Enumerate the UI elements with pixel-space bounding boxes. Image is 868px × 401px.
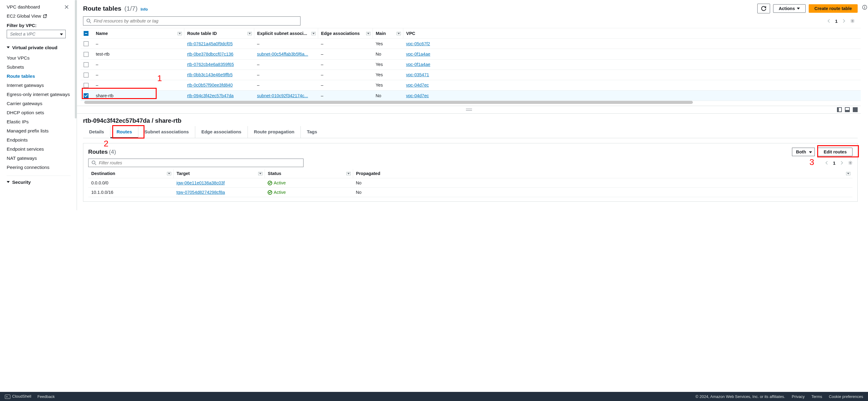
horizontal-scrollbar[interactable] [81, 101, 861, 104]
sidebar-item-egress-only-gateways[interactable]: Egress-only internet gateways [7, 90, 76, 99]
route-table-id-link[interactable]: rtb-0be378dbccf07c136 [187, 52, 233, 57]
sidebar-item-dhcp-option-sets[interactable]: DHCP option sets [7, 108, 76, 117]
table-row[interactable]: – rtb-07621a45a0f9dcf05 – – Yes vpc-05c6… [81, 39, 861, 49]
sort-icon[interactable] [398, 33, 400, 34]
layout-side-icon[interactable] [837, 107, 842, 112]
route-table-id-link[interactable]: rtb-07621a45a0f9dcf05 [187, 41, 232, 46]
target-link[interactable]: tgw-07054d8274298cf8a [177, 190, 225, 195]
sort-icon[interactable] [248, 33, 251, 34]
sort-icon[interactable] [259, 173, 261, 174]
subnet-link[interactable]: subnet-00c54ffab3b5f6a... [257, 52, 308, 57]
col-propagated[interactable]: Propagated [356, 171, 380, 176]
next-page-icon[interactable] [842, 19, 846, 23]
layout-full-icon[interactable] [853, 107, 858, 112]
vpc-link[interactable]: vpc-0f1a4ae [406, 52, 430, 57]
prev-page-icon[interactable] [825, 161, 829, 165]
layout-bottom-icon[interactable] [845, 107, 850, 112]
sort-icon[interactable] [312, 33, 315, 34]
tab-route-propagation[interactable]: Route propagation [248, 126, 301, 138]
vpc-link[interactable]: vpc-04d7ec [406, 82, 429, 88]
col-main[interactable]: Main [376, 31, 386, 36]
routes-pagination: 1 [825, 160, 852, 166]
ec2-global-view-link[interactable]: EC2 Global View [7, 13, 76, 19]
info-link[interactable]: Info [141, 7, 148, 11]
sidebar-item-subnets[interactable]: Subnets [7, 63, 76, 72]
tab-routes[interactable]: Routes [111, 126, 138, 138]
prev-page-icon[interactable] [827, 19, 831, 23]
tab-details[interactable]: Details [83, 126, 111, 138]
sort-icon[interactable] [847, 173, 849, 174]
col-target[interactable]: Target [177, 171, 190, 176]
sidebar-scrollbar[interactable] [75, 0, 76, 119]
row-checkbox[interactable] [84, 62, 89, 67]
tab-tags[interactable]: Tags [301, 126, 323, 138]
sidebar-title[interactable]: VPC dashboard [7, 4, 40, 10]
target-link[interactable]: igw-06e11e0136a38c03f [177, 180, 225, 185]
vpc-link[interactable]: vpc-05c67f2 [406, 41, 430, 46]
col-name[interactable]: Name [96, 31, 108, 36]
col-route-table-id[interactable]: Route table ID [187, 31, 217, 36]
search-input[interactable] [94, 19, 297, 23]
table-row[interactable]: test-rtb rtb-0be378dbccf07c136 subnet-00… [81, 49, 861, 59]
nav-section-security[interactable]: Security [7, 179, 76, 185]
sidebar-item-peering-connections[interactable]: Peering connections [7, 163, 76, 172]
sidebar-item-your-vpcs[interactable]: Your VPCs [7, 54, 76, 63]
select-vpc-dropdown[interactable]: Select a VPC [7, 30, 66, 38]
nav-section-vpc[interactable]: Virtual private cloud [7, 45, 76, 51]
subnet-link[interactable]: subnet-010c92f342174c... [257, 93, 308, 98]
col-status[interactable]: Status [268, 171, 281, 176]
row-checkbox[interactable] [84, 73, 89, 77]
row-checkbox[interactable] [84, 41, 89, 46]
help-panel-toggle[interactable] [861, 0, 868, 210]
sidebar-item-carrier-gateways[interactable]: Carrier gateways [7, 99, 76, 108]
tab-edge-associations[interactable]: Edge associations [195, 126, 248, 138]
route-table-id-link[interactable]: rtb-0762cb4e6a8359f65 [187, 62, 234, 67]
col-vpc[interactable]: VPC [406, 31, 415, 36]
cell-name: share-rtb [93, 91, 184, 101]
settings-icon[interactable] [848, 161, 852, 165]
sort-icon[interactable] [367, 33, 370, 34]
routes-search-wrapper[interactable] [88, 159, 304, 167]
table-row[interactable]: – rtb-0c0b57f90ee3fd840 – – Yes vpc-04d7… [81, 80, 861, 90]
refresh-button[interactable] [757, 4, 770, 13]
table-row[interactable]: – rtb-0762cb4e6a8359f65 – – Yes vpc-0f1a… [81, 59, 861, 70]
split-pane-divider[interactable] [77, 106, 861, 113]
settings-icon[interactable] [850, 19, 855, 23]
select-all-checkbox[interactable] [84, 31, 89, 36]
col-subnet-assoc[interactable]: Explicit subnet associ... [257, 31, 307, 36]
cell-destination: 0.0.0.0/0 [88, 178, 173, 188]
route-table-id-link[interactable]: rtb-094c3f42ec57b47da [187, 93, 234, 98]
route-table-id-link[interactable]: rtb-0c0b57f90ee3fd840 [187, 82, 232, 88]
vpc-link[interactable]: vpc-035471 [406, 72, 429, 77]
sidebar-item-endpoints[interactable]: Endpoints [7, 135, 76, 144]
table-row[interactable]: – rtb-0bb3c143e46e9ffb5 – – Yes vpc-0354… [81, 70, 861, 80]
sidebar-item-endpoint-services[interactable]: Endpoint services [7, 144, 76, 154]
next-page-icon[interactable] [840, 161, 844, 165]
sidebar-item-nat-gateways[interactable]: NAT gateways [7, 154, 76, 163]
table-row[interactable]: share-rtb rtb-094c3f42ec57b47da subnet-0… [81, 91, 861, 101]
vpc-link[interactable]: vpc-04d7ec [406, 93, 429, 98]
col-edge-assoc[interactable]: Edge associations [321, 31, 360, 36]
col-destination[interactable]: Destination [91, 171, 115, 176]
search-input-wrapper[interactable] [83, 16, 301, 26]
sidebar-item-elastic-ips[interactable]: Elastic IPs [7, 117, 76, 126]
sidebar-item-internet-gateways[interactable]: Internet gateways [7, 81, 76, 90]
edit-routes-button[interactable]: Edit routes [818, 148, 852, 156]
close-icon[interactable] [64, 5, 69, 9]
row-checkbox[interactable] [84, 93, 89, 98]
row-checkbox[interactable] [84, 83, 89, 88]
tab-subnet-associations[interactable]: Subnet associations [138, 126, 195, 138]
vpc-link[interactable]: vpc-0f1a4ae [406, 62, 430, 67]
actions-button[interactable]: Actions [773, 4, 806, 13]
cell-subnet-assoc: subnet-00c54ffab3b5f6a... [254, 49, 318, 59]
route-table-id-link[interactable]: rtb-0bb3c143e46e9ffb5 [187, 72, 232, 77]
sort-icon[interactable] [347, 173, 350, 174]
sidebar-item-route-tables[interactable]: Route tables [7, 72, 76, 81]
sort-icon[interactable] [179, 33, 181, 34]
create-route-table-button[interactable]: Create route table [809, 4, 858, 13]
routes-filter-both-dropdown[interactable]: Both [792, 148, 815, 156]
routes-search-input[interactable] [99, 160, 300, 165]
sidebar-item-managed-prefix-lists[interactable]: Managed prefix lists [7, 126, 76, 135]
sort-icon[interactable] [168, 173, 170, 174]
row-checkbox[interactable] [84, 52, 89, 57]
